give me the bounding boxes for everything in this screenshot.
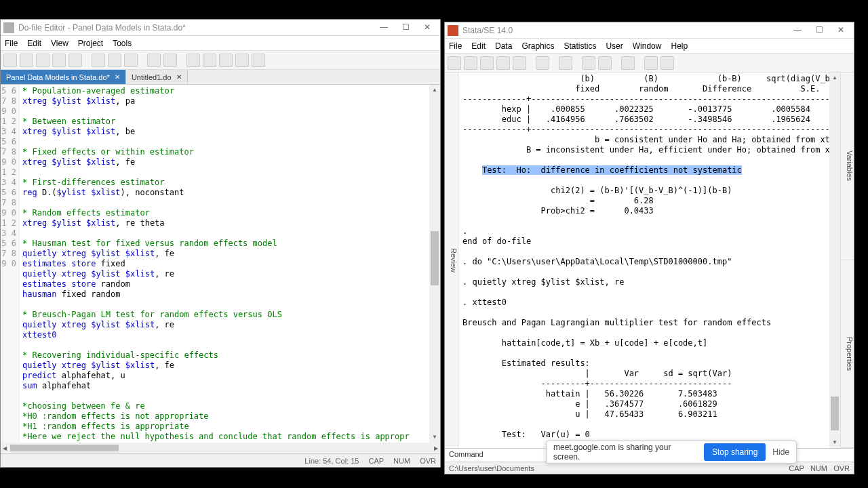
menu-statistics[interactable]: Statistics xyxy=(564,41,596,51)
properties-panel-tab[interactable]: Properties xyxy=(840,260,854,448)
viewer-icon[interactable] xyxy=(513,56,526,70)
scroll-up-icon[interactable]: ▲ xyxy=(429,85,440,96)
save-icon[interactable] xyxy=(464,56,477,70)
tab-untitled[interactable]: Untitled1.do ✕ xyxy=(126,70,188,84)
menu-file[interactable]: File xyxy=(5,39,18,48)
undo-icon[interactable] xyxy=(147,54,161,67)
code-editor[interactable]: * Population-averaged estimator xtreg $y… xyxy=(20,85,429,443)
open-icon[interactable] xyxy=(20,54,33,67)
hide-button[interactable]: Hide xyxy=(772,447,789,457)
scroll-up-icon[interactable]: ▲ xyxy=(829,73,840,83)
redo-icon[interactable] xyxy=(163,54,177,67)
toolbar xyxy=(445,54,854,73)
titlebar[interactable]: Stata/SE 14.0 — ☐ ✕ xyxy=(445,22,854,39)
share-message: meet.google.com is sharing your screen. xyxy=(553,443,697,462)
bookmark-icon[interactable] xyxy=(219,54,233,67)
horizontal-scrollbar[interactable]: ◀ ▶ xyxy=(1,443,440,453)
vertical-scrollbar[interactable]: ▲ ▼ xyxy=(829,73,840,448)
maximize-button[interactable]: ☐ xyxy=(395,22,416,34)
menu-edit[interactable]: Edit xyxy=(27,39,41,48)
menu-window[interactable]: Window xyxy=(633,41,662,51)
menu-edit[interactable]: Edit xyxy=(471,41,486,51)
tab-close-icon[interactable]: ✕ xyxy=(176,73,182,81)
more-icon[interactable] xyxy=(660,56,674,70)
menubar: File Edit Data Graphics Statistics User … xyxy=(445,39,854,54)
editor-tabs: Panel Data Models in Stata.do* ✕ Untitle… xyxy=(1,70,440,85)
indent-right-icon[interactable] xyxy=(203,54,216,67)
cut-icon[interactable] xyxy=(92,54,105,67)
menu-project[interactable]: Project xyxy=(78,39,103,48)
menu-help[interactable]: Help xyxy=(671,41,688,51)
titlebar[interactable]: Do-file Editor - Panel Data Models in St… xyxy=(1,20,440,36)
minimize-button[interactable]: — xyxy=(787,24,808,37)
tab-close-icon[interactable]: ✕ xyxy=(115,73,120,81)
close-button[interactable]: ✕ xyxy=(831,24,851,37)
new-icon[interactable] xyxy=(3,54,17,67)
variables-panel-tab[interactable]: Variables xyxy=(840,73,854,260)
window-title: Do-file Editor - Panel Data Models in St… xyxy=(18,23,374,33)
screen-share-bar: meet.google.com is sharing your screen. … xyxy=(546,441,797,464)
command-label: Command xyxy=(449,450,484,458)
results-pane[interactable]: (b) (B) (b-B) sqrt(diag(V_b-V_B)) fixed … xyxy=(458,73,829,448)
minimize-button[interactable]: — xyxy=(374,22,394,34)
stop-sharing-button[interactable]: Stop sharing xyxy=(704,443,766,461)
graph-icon[interactable] xyxy=(536,56,549,70)
run-icon[interactable] xyxy=(235,54,249,67)
ovr-indicator: OVR xyxy=(420,457,436,465)
close-button[interactable]: ✕ xyxy=(417,22,437,34)
scroll-down-icon[interactable]: ▼ xyxy=(429,432,440,443)
num-indicator: NUM xyxy=(393,457,410,465)
cursor-position: Line: 54, Col: 15 xyxy=(304,457,359,465)
open-icon[interactable] xyxy=(448,56,461,70)
app-icon xyxy=(3,22,14,33)
break-icon[interactable] xyxy=(644,56,658,70)
stata-app-icon xyxy=(448,25,458,36)
toolbar xyxy=(1,51,440,70)
tab-label: Untitled1.do xyxy=(132,73,172,81)
print-icon[interactable] xyxy=(52,54,66,67)
menu-user[interactable]: User xyxy=(606,41,623,51)
menu-file[interactable]: File xyxy=(449,41,462,51)
variables-icon[interactable] xyxy=(621,56,635,70)
menu-view[interactable]: View xyxy=(51,39,68,48)
find-icon[interactable] xyxy=(68,54,82,67)
cap-indicator: CAP xyxy=(789,464,804,472)
line-gutter: 5 6 7 8 9 0 1 2 3 4 5 6 7 8 9 0 1 2 3 4 … xyxy=(1,85,20,443)
paste-icon[interactable] xyxy=(124,54,138,67)
menubar: File Edit View Project Tools xyxy=(1,36,440,51)
cap-indicator: CAP xyxy=(368,457,384,465)
working-dir: C:\Users\user\Documents xyxy=(449,464,534,472)
scroll-down-icon[interactable]: ▼ xyxy=(829,437,840,448)
copy-icon[interactable] xyxy=(108,54,121,67)
maximize-button[interactable]: ☐ xyxy=(809,24,829,37)
vertical-scrollbar[interactable]: ▲ ▼ xyxy=(429,85,440,443)
save-icon[interactable] xyxy=(36,54,50,67)
dofile-icon[interactable] xyxy=(559,56,572,70)
indent-left-icon[interactable] xyxy=(186,54,200,67)
review-panel-tab[interactable]: Review xyxy=(445,73,458,448)
dofile-editor-window: Do-file Editor - Panel Data Models in St… xyxy=(0,19,441,468)
tab-panel-data[interactable]: Panel Data Models in Stata.do* ✕ xyxy=(1,70,126,84)
log-icon[interactable] xyxy=(496,56,510,70)
statusbar: Line: 54, Col: 15 CAP NUM OVR xyxy=(1,453,440,467)
data-browser-icon[interactable] xyxy=(598,56,612,70)
tab-label: Panel Data Models in Stata.do* xyxy=(6,73,110,81)
menu-data[interactable]: Data xyxy=(495,41,512,51)
run-selection-icon[interactable] xyxy=(252,54,265,67)
print-icon[interactable] xyxy=(480,56,494,70)
ovr-indicator: OVR xyxy=(833,464,850,472)
stata-window: Stata/SE 14.0 — ☐ ✕ File Edit Data Graph… xyxy=(444,22,854,474)
menu-tools[interactable]: Tools xyxy=(113,39,132,48)
data-editor-icon[interactable] xyxy=(582,56,595,70)
window-title: Stata/SE 14.0 xyxy=(462,26,787,35)
menu-graphics[interactable]: Graphics xyxy=(521,41,554,51)
num-indicator: NUM xyxy=(810,464,827,472)
